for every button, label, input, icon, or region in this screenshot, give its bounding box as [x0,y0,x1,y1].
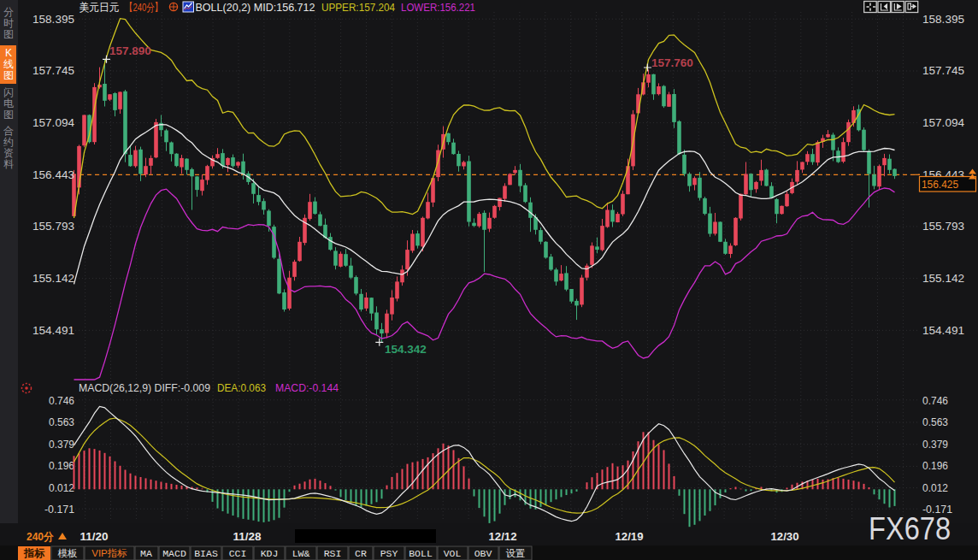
svg-text:157.745: 157.745 [32,65,74,77]
svg-text:图: 图 [3,109,14,121]
svg-text:LOWER:156.221: LOWER:156.221 [401,1,475,14]
svg-text:RSI: RSI [324,548,342,559]
svg-text:电: 电 [3,97,14,109]
svg-text:157.094: 157.094 [922,117,964,129]
svg-text:-0.171: -0.171 [44,504,74,516]
svg-text:【240分】: 【240分】 [125,1,162,14]
svg-text:K: K [5,47,12,59]
svg-text:美元日元: 美元日元 [80,1,120,14]
svg-text:KDJ: KDJ [261,548,279,559]
svg-text:155.142: 155.142 [922,273,964,285]
svg-text:157.745: 157.745 [922,65,964,77]
svg-text:157.890: 157.890 [109,44,151,57]
svg-text:图: 图 [3,69,14,81]
svg-text:DEA:0.063: DEA:0.063 [217,381,266,394]
svg-text:CR: CR [355,548,367,559]
svg-text:0.563: 0.563 [49,416,74,428]
svg-text:BOLL(20,2) MID:156.712: BOLL(20,2) MID:156.712 [196,1,315,14]
svg-text:0.379: 0.379 [49,439,74,451]
svg-text:闪: 闪 [3,86,14,98]
svg-text:154.491: 154.491 [32,325,74,337]
svg-text:CCI: CCI [229,548,247,559]
svg-text:FX678: FX678 [869,511,951,546]
svg-text:VIP指标: VIP指标 [91,548,127,558]
svg-text:时: 时 [3,17,14,29]
svg-text:约: 约 [3,136,14,148]
svg-text:线: 线 [3,58,14,70]
svg-text:158.395: 158.395 [922,14,964,26]
svg-text:模板: 模板 [58,548,78,558]
svg-text:设置: 设置 [506,548,526,558]
svg-text:指标: 指标 [23,547,45,559]
svg-text:12/19: 12/19 [616,531,644,543]
svg-text:MACD: MACD [162,548,186,559]
svg-text:0.746: 0.746 [49,395,74,407]
svg-text:155.142: 155.142 [32,273,74,285]
svg-text:11/20: 11/20 [80,531,109,543]
svg-text:BIAS: BIAS [194,548,218,559]
svg-text:LW&: LW& [292,548,310,559]
svg-text:155.793: 155.793 [32,221,74,233]
svg-text:154.342: 154.342 [385,343,427,356]
svg-text:12/30: 12/30 [771,531,799,543]
svg-text:分: 分 [3,6,14,18]
svg-text:156.425: 156.425 [922,179,958,191]
svg-text:0.196: 0.196 [922,460,948,472]
svg-text:VOL: VOL [444,548,462,559]
svg-text:0.012: 0.012 [922,482,948,494]
svg-text:PSY: PSY [380,548,398,559]
svg-text:154.491: 154.491 [922,325,964,337]
svg-text:MA: MA [140,548,152,559]
svg-text:157.094: 157.094 [32,117,74,129]
svg-text:158.395: 158.395 [32,14,74,26]
svg-text:0.379: 0.379 [922,439,948,451]
svg-text:OBV: OBV [474,548,492,559]
svg-text:UPPER:157.204: UPPER:157.204 [321,1,395,14]
svg-text:0.196: 0.196 [49,460,74,472]
svg-text:资: 资 [3,147,14,159]
svg-text:0.563: 0.563 [922,416,948,428]
svg-text:240分: 240分 [27,531,54,543]
svg-text:图: 图 [3,28,14,40]
svg-text:MACD:-0.144: MACD:-0.144 [275,381,339,394]
svg-text:12/12: 12/12 [489,531,517,543]
svg-text:0.746: 0.746 [922,395,948,407]
svg-text:156.443: 156.443 [32,169,74,181]
svg-text:MACD(26,12,9) DIFF:-0.009: MACD(26,12,9) DIFF:-0.009 [79,381,210,394]
svg-text:料: 料 [3,158,14,170]
svg-text:155.793: 155.793 [922,221,964,233]
svg-text:157.760: 157.760 [651,56,693,69]
svg-text:11/28: 11/28 [233,531,262,543]
svg-text:0.012: 0.012 [49,482,74,494]
svg-text:合: 合 [3,125,14,137]
svg-text:BOLL: BOLL [409,548,433,559]
